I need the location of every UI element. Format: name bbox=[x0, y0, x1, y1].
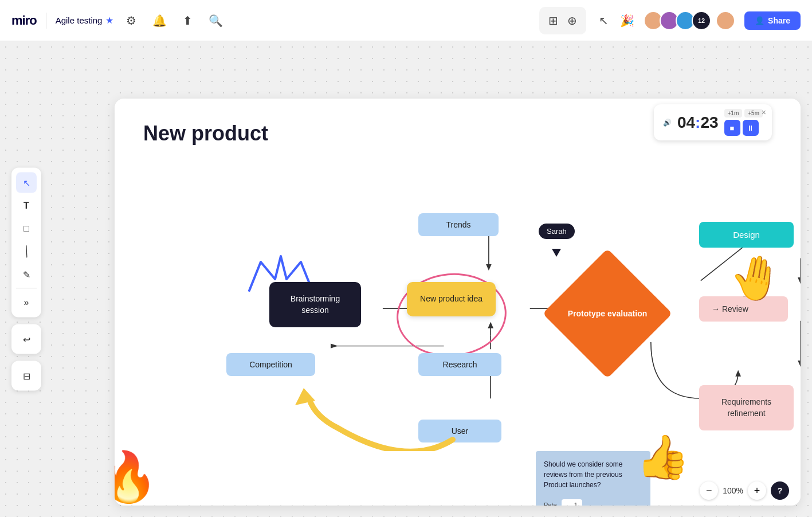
new-product-node[interactable]: New product idea bbox=[407, 282, 496, 316]
thumbs-up-decoration: 👍 bbox=[636, 432, 690, 483]
requirements-node[interactable]: Requirements refinement bbox=[699, 385, 794, 430]
sarah-tooltip-arrow bbox=[552, 249, 561, 257]
research-label: Research bbox=[443, 360, 477, 369]
share-upload-button[interactable]: ⬆ bbox=[179, 10, 196, 31]
undo-button[interactable]: ↩ bbox=[16, 329, 37, 350]
timer-plus5m-button[interactable]: +5m bbox=[744, 109, 763, 117]
zoom-out-button[interactable]: − bbox=[700, 481, 718, 500]
timer-seconds: 23 bbox=[700, 113, 718, 131]
grid-tool-button[interactable]: ⊞ bbox=[545, 10, 562, 31]
timer-widget: 🔊 04:23 +1m +5m ■ ⏸ × bbox=[654, 104, 772, 140]
zoom-in-button[interactable]: + bbox=[748, 481, 766, 500]
canvas-background[interactable]: ↖ T □ ╱ ✎ » ↩ ⊟ 🔊 04:23 +1m bbox=[0, 41, 812, 517]
comment-author: Pete bbox=[544, 500, 557, 506]
sarah-label: Sarah bbox=[547, 227, 567, 236]
zoom-level-display: 100% bbox=[723, 486, 743, 495]
timer-right: +1m +5m ■ ⏸ bbox=[724, 109, 763, 136]
whiteboard-canvas[interactable]: 🔊 04:23 +1m +5m ■ ⏸ × New product bbox=[115, 99, 801, 506]
avatar-group: 12 bbox=[647, 11, 735, 30]
settings-button[interactable]: ⚙ bbox=[123, 10, 140, 31]
brainstorming-node[interactable]: Brainstorming session bbox=[269, 282, 361, 327]
board-name-display[interactable]: Agile testing ★ bbox=[56, 15, 114, 26]
notifications-button[interactable]: 🔔 bbox=[149, 10, 170, 31]
timer-close-button[interactable]: × bbox=[762, 108, 766, 117]
avatar-count: 12 bbox=[692, 11, 711, 30]
share-icon: 👤 bbox=[755, 16, 764, 25]
sticky-vote[interactable]: — 1 bbox=[562, 499, 582, 506]
research-node[interactable]: Research bbox=[418, 353, 501, 376]
text-tool-button[interactable]: T bbox=[16, 195, 37, 216]
left-toolbar: ↖ T □ ╱ ✎ » ↩ ⊟ bbox=[11, 168, 41, 391]
select-tool-button[interactable]: ↖ bbox=[595, 10, 612, 31]
timer-minutes: 04 bbox=[677, 113, 695, 131]
center-tools: ⊞ ⊕ bbox=[539, 7, 586, 34]
brainstorming-label: Brainstorming session bbox=[291, 294, 340, 315]
line-tool-button[interactable]: ╱ bbox=[12, 237, 40, 265]
new-product-label: New product idea bbox=[420, 294, 483, 303]
board-main-title: New product bbox=[143, 122, 268, 146]
sticky-comment[interactable]: Should we consider some reviews from the… bbox=[536, 451, 650, 506]
top-navigation: miro Agile testing ★ ⚙ 🔔 ⬆ 🔍 ⊞ ⊕ ↖ 🎉 12 … bbox=[0, 0, 812, 41]
yellow-arrow-decoration bbox=[292, 382, 464, 451]
timer-display: 04:23 bbox=[677, 113, 719, 132]
sarah-tooltip: Sarah bbox=[539, 224, 575, 239]
share-button[interactable]: 👤 Share bbox=[744, 11, 801, 30]
prototype-label-container: Prototype evaluation bbox=[562, 268, 653, 359]
fire-decoration: 🔥 bbox=[115, 448, 158, 506]
sticky-author-area: Pete — 1 bbox=[544, 499, 642, 506]
search-button[interactable]: 🔍 bbox=[205, 10, 226, 31]
miro-logo: miro bbox=[11, 13, 37, 28]
share-label: Share bbox=[768, 16, 790, 25]
avatar-single bbox=[716, 11, 735, 30]
more-tools-button[interactable]: » bbox=[16, 292, 37, 313]
requirements-label: Requirements refinement bbox=[721, 397, 771, 418]
zoom-controls: − 100% + ? bbox=[700, 481, 789, 500]
review-label: → Review bbox=[712, 304, 748, 314]
star-icon[interactable]: ★ bbox=[105, 15, 113, 26]
sound-icon: 🔊 bbox=[663, 119, 672, 127]
timer-pause-button[interactable]: ⏸ bbox=[743, 120, 759, 136]
board-title-text: Agile testing bbox=[56, 15, 103, 25]
help-button[interactable]: ? bbox=[771, 481, 789, 500]
timer-plus1m-button[interactable]: +1m bbox=[724, 109, 743, 117]
vote-count: — 1 bbox=[566, 500, 578, 506]
pen-tool-button[interactable]: ✎ bbox=[16, 264, 37, 285]
comment-text: Should we consider some reviews from the… bbox=[544, 460, 622, 489]
competition-label: Competition bbox=[249, 360, 292, 369]
nav-divider bbox=[46, 13, 46, 29]
timer-control-buttons: ■ ⏸ bbox=[724, 120, 763, 136]
sticky-tool-button[interactable]: □ bbox=[16, 218, 37, 239]
toolbar-divider bbox=[16, 288, 37, 289]
nav-right-actions: ↖ 🎉 bbox=[595, 10, 638, 31]
trends-label: Trends bbox=[446, 220, 470, 229]
apps-button[interactable]: ⊕ bbox=[564, 10, 580, 31]
timer-stop-button[interactable]: ■ bbox=[724, 120, 740, 136]
timer-colon: : bbox=[695, 113, 700, 131]
trends-node[interactable]: Trends bbox=[418, 213, 499, 236]
design-label: Design bbox=[733, 230, 760, 240]
prototype-label: Prototype evaluation bbox=[568, 308, 647, 319]
sidebar-toggle-button[interactable]: ⊟ bbox=[16, 366, 37, 386]
cursor-tool-button[interactable]: ↖ bbox=[16, 173, 37, 193]
competition-node[interactable]: Competition bbox=[226, 353, 315, 376]
design-node[interactable]: Design bbox=[699, 222, 794, 248]
waving-hand-decoration: 🤚 bbox=[725, 249, 787, 308]
present-button[interactable]: 🎉 bbox=[617, 10, 638, 31]
timer-sound-area: 🔊 bbox=[663, 119, 672, 127]
timer-time-buttons: +1m +5m bbox=[724, 109, 763, 117]
